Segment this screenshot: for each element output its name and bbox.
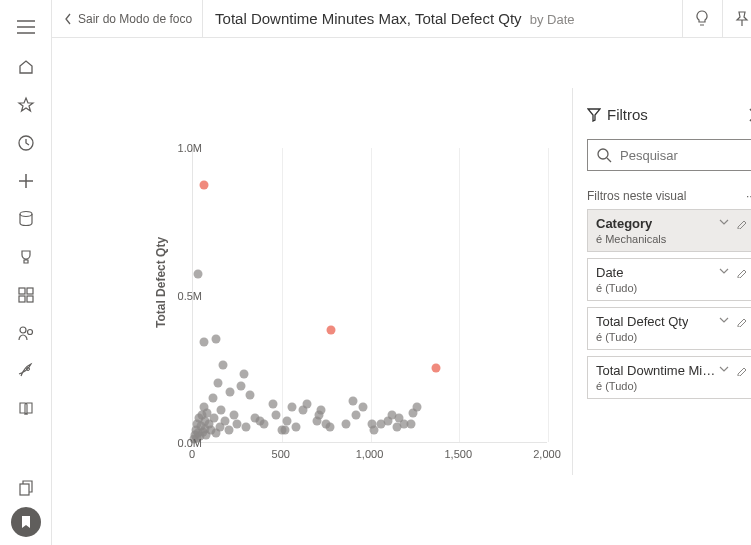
svg-rect-9 <box>20 484 29 495</box>
filters-title: Filtros <box>607 106 648 123</box>
data-icon[interactable] <box>0 200 52 238</box>
filter-card[interactable]: Date é (Tudo) <box>587 258 751 301</box>
eraser-icon[interactable] <box>735 317 747 327</box>
filter-sub: é (Tudo) <box>596 282 747 294</box>
data-point[interactable] <box>210 414 219 423</box>
data-point[interactable] <box>412 402 421 411</box>
copy-icon[interactable] <box>0 469 52 507</box>
filter-sub: é (Tudo) <box>596 380 747 392</box>
y-axis-label: Total Defect Qty <box>154 237 168 328</box>
data-point[interactable] <box>212 334 221 343</box>
svg-point-7 <box>27 330 32 335</box>
eraser-icon[interactable] <box>735 219 747 229</box>
data-point[interactable] <box>194 269 203 278</box>
data-point[interactable] <box>316 405 325 414</box>
filter-card[interactable]: Total Downtime Minut... é (Tudo) <box>587 356 751 399</box>
chevron-down-icon[interactable] <box>719 219 729 229</box>
filters-header: Filtros <box>587 106 751 123</box>
data-point[interactable] <box>226 387 235 396</box>
svg-rect-5 <box>27 296 33 302</box>
people-icon[interactable] <box>0 314 52 352</box>
data-point[interactable] <box>242 423 251 432</box>
more-icon[interactable]: ··· <box>746 189 751 203</box>
chevron-down-icon[interactable] <box>719 268 729 278</box>
title-suffix: by Date <box>530 12 575 27</box>
data-point[interactable] <box>229 411 238 420</box>
data-point[interactable] <box>217 405 226 414</box>
x-tick-label: 1,500 <box>444 448 472 460</box>
search-box[interactable] <box>587 139 751 171</box>
svg-rect-4 <box>19 296 25 302</box>
data-point[interactable] <box>341 420 350 429</box>
x-tick-label: 500 <box>272 448 290 460</box>
data-point[interactable] <box>245 390 254 399</box>
search-icon <box>596 147 612 163</box>
data-point[interactable] <box>272 411 281 420</box>
data-point[interactable] <box>199 181 208 190</box>
svg-point-10 <box>598 149 608 159</box>
bookmark-badge-icon[interactable] <box>0 507 52 545</box>
data-point[interactable] <box>407 420 416 429</box>
data-point[interactable] <box>219 361 228 370</box>
chevron-down-icon[interactable] <box>719 317 729 327</box>
filters-section-label: Filtros neste visual ··· <box>587 189 751 203</box>
pin-icon[interactable] <box>722 0 751 38</box>
back-label: Sair do Modo de foco <box>78 12 192 26</box>
data-point[interactable] <box>240 370 249 379</box>
create-icon[interactable] <box>0 162 52 200</box>
lightbulb-icon[interactable] <box>682 0 720 38</box>
data-point[interactable] <box>348 396 357 405</box>
eraser-icon[interactable] <box>735 366 747 376</box>
svg-point-6 <box>20 327 26 333</box>
svg-rect-3 <box>27 288 33 294</box>
filter-sub: é (Tudo) <box>596 331 747 343</box>
data-point[interactable] <box>260 420 269 429</box>
home-icon[interactable] <box>0 48 52 86</box>
nav-rail <box>0 0 52 545</box>
recent-icon[interactable] <box>0 124 52 162</box>
y-tick-label: 0.5M <box>178 290 202 302</box>
y-tick-label: 1.0M <box>178 142 202 154</box>
data-point[interactable] <box>268 399 277 408</box>
filters-panel: Filtros Filtros neste visual ··· Categor… <box>572 88 751 475</box>
rocket-icon[interactable] <box>0 352 52 390</box>
data-point[interactable] <box>281 426 290 435</box>
funnel-icon <box>587 108 601 122</box>
data-point[interactable] <box>432 364 441 373</box>
back-button[interactable]: Sair do Modo de foco <box>60 0 203 37</box>
x-tick-label: 2,000 <box>533 448 561 460</box>
hamburger-icon[interactable] <box>0 6 52 48</box>
data-point[interactable] <box>236 381 245 390</box>
data-point[interactable] <box>233 420 242 429</box>
filter-card[interactable]: Total Defect Qty é (Tudo) <box>587 307 751 350</box>
main-area: Sair do Modo de foco Total Downtime Minu… <box>52 0 751 545</box>
eraser-icon[interactable] <box>735 268 747 278</box>
topbar: Sair do Modo de foco Total Downtime Minu… <box>52 0 751 38</box>
data-point[interactable] <box>359 402 368 411</box>
data-point[interactable] <box>283 417 292 426</box>
data-point[interactable] <box>199 337 208 346</box>
search-input[interactable] <box>620 148 751 163</box>
data-point[interactable] <box>213 379 222 388</box>
trophy-icon[interactable] <box>0 238 52 276</box>
data-point[interactable] <box>291 423 300 432</box>
svg-point-1 <box>20 212 32 217</box>
apps-icon[interactable] <box>0 276 52 314</box>
chevron-down-icon[interactable] <box>719 366 729 376</box>
favorites-icon[interactable] <box>0 86 52 124</box>
data-point[interactable] <box>220 417 229 426</box>
data-point[interactable] <box>288 402 297 411</box>
filter-sub: é Mechanicals <box>596 233 747 245</box>
x-tick-label: 0 <box>189 448 195 460</box>
data-point[interactable] <box>325 423 334 432</box>
data-point[interactable] <box>352 411 361 420</box>
scatter-chart[interactable]: Total Defect Qty 0.0M0.5M1.0M05001,0001,… <box>82 68 562 428</box>
data-point[interactable] <box>327 325 336 334</box>
filter-name: Total Downtime Minut... <box>596 363 716 378</box>
data-point[interactable] <box>208 393 217 402</box>
data-point[interactable] <box>224 426 233 435</box>
learn-icon[interactable] <box>0 390 52 428</box>
filter-card[interactable]: Category é Mechanicals <box>587 209 751 252</box>
filter-name: Total Defect Qty <box>596 314 688 329</box>
data-point[interactable] <box>302 399 311 408</box>
